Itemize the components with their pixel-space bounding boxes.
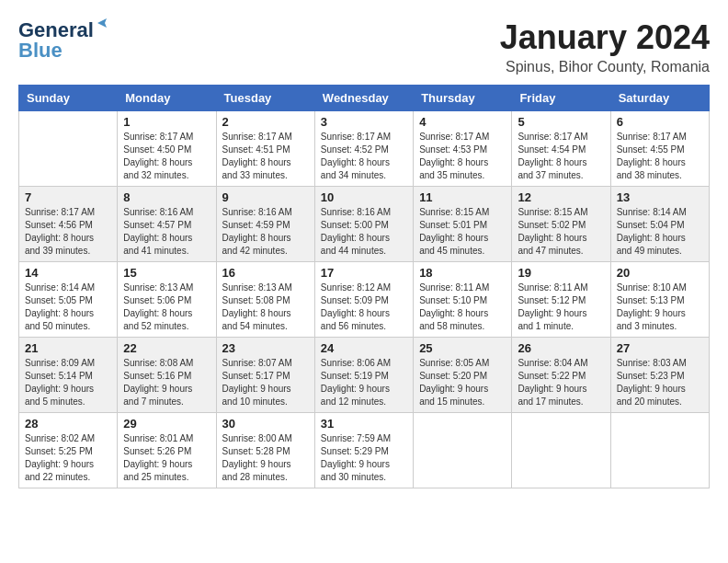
day-info: Sunrise: 8:05 AMSunset: 5:20 PMDaylight:… [419, 357, 506, 408]
table-row: 9Sunrise: 8:16 AMSunset: 4:59 PMDaylight… [216, 187, 314, 262]
header-monday: Monday [118, 86, 216, 111]
table-row: 14Sunrise: 8:14 AMSunset: 5:05 PMDayligh… [19, 262, 118, 338]
day-number: 14 [25, 266, 111, 280]
table-row: 27Sunrise: 8:03 AMSunset: 5:23 PMDayligh… [610, 338, 709, 413]
table-row: 8Sunrise: 8:16 AMSunset: 4:57 PMDaylight… [118, 187, 216, 262]
day-info: Sunrise: 8:07 AMSunset: 5:17 PMDaylight:… [222, 357, 309, 408]
location-title: Spinus, Bihor County, Romania [500, 59, 710, 75]
table-row: 16Sunrise: 8:13 AMSunset: 5:08 PMDayligh… [216, 262, 314, 338]
table-row: 30Sunrise: 8:00 AMSunset: 5:28 PMDayligh… [216, 413, 314, 488]
header-wednesday: Wednesday [314, 86, 413, 111]
day-info: Sunrise: 7:59 AMSunset: 5:29 PMDaylight:… [321, 432, 407, 484]
header-friday: Friday [512, 86, 610, 111]
day-number: 30 [222, 417, 309, 431]
day-number: 28 [25, 417, 111, 431]
day-info: Sunrise: 8:14 AMSunset: 5:05 PMDaylight:… [25, 282, 111, 333]
day-number: 11 [419, 190, 506, 204]
day-number: 6 [617, 115, 703, 129]
table-row: 5Sunrise: 8:17 AMSunset: 4:54 PMDaylight… [512, 111, 610, 187]
table-row: 28Sunrise: 8:02 AMSunset: 5:25 PMDayligh… [19, 413, 118, 488]
day-info: Sunrise: 8:06 AMSunset: 5:19 PMDaylight:… [321, 357, 407, 408]
day-info: Sunrise: 8:17 AMSunset: 4:52 PMDaylight:… [321, 131, 407, 182]
day-number: 16 [222, 266, 309, 280]
day-number: 7 [25, 190, 111, 204]
day-info: Sunrise: 8:12 AMSunset: 5:09 PMDaylight:… [321, 282, 407, 333]
day-number: 20 [617, 266, 703, 280]
day-info: Sunrise: 8:04 AMSunset: 5:22 PMDaylight:… [518, 357, 604, 408]
day-number: 27 [617, 341, 703, 355]
day-number: 29 [123, 417, 210, 431]
table-row: 26Sunrise: 8:04 AMSunset: 5:22 PMDayligh… [512, 338, 610, 413]
table-row [414, 413, 512, 488]
calendar-week-row: 14Sunrise: 8:14 AMSunset: 5:05 PMDayligh… [19, 262, 710, 338]
calendar-week-row: 1Sunrise: 8:17 AMSunset: 4:50 PMDaylight… [19, 111, 710, 187]
table-row [19, 111, 118, 187]
table-row: 17Sunrise: 8:12 AMSunset: 5:09 PMDayligh… [314, 262, 413, 338]
day-info: Sunrise: 8:09 AMSunset: 5:14 PMDaylight:… [25, 357, 111, 408]
day-number: 5 [518, 115, 604, 129]
table-row [610, 413, 709, 488]
day-info: Sunrise: 8:08 AMSunset: 5:16 PMDaylight:… [123, 357, 210, 408]
page-header: General Blue January 2024 Spinus, Bihor … [18, 18, 710, 75]
day-info: Sunrise: 8:16 AMSunset: 5:00 PMDaylight:… [321, 206, 407, 258]
day-info: Sunrise: 8:15 AMSunset: 5:02 PMDaylight:… [518, 206, 604, 258]
table-row [512, 413, 610, 488]
header-thursday: Thursday [414, 86, 512, 111]
day-number: 23 [222, 341, 309, 355]
header-tuesday: Tuesday [216, 86, 314, 111]
day-number: 15 [123, 266, 210, 280]
day-info: Sunrise: 8:13 AMSunset: 5:08 PMDaylight:… [222, 282, 309, 333]
day-info: Sunrise: 8:16 AMSunset: 4:57 PMDaylight:… [123, 206, 210, 258]
table-row: 23Sunrise: 8:07 AMSunset: 5:17 PMDayligh… [216, 338, 314, 413]
day-number: 22 [123, 341, 210, 355]
day-number: 3 [321, 115, 407, 129]
day-info: Sunrise: 8:15 AMSunset: 5:01 PMDaylight:… [419, 206, 506, 258]
day-number: 25 [419, 341, 506, 355]
day-number: 10 [321, 190, 407, 204]
table-row: 22Sunrise: 8:08 AMSunset: 5:16 PMDayligh… [118, 338, 216, 413]
header-sunday: Sunday [19, 86, 118, 111]
calendar-week-row: 21Sunrise: 8:09 AMSunset: 5:14 PMDayligh… [19, 338, 710, 413]
day-info: Sunrise: 8:02 AMSunset: 5:25 PMDaylight:… [25, 432, 111, 484]
day-number: 21 [25, 341, 111, 355]
day-info: Sunrise: 8:17 AMSunset: 4:56 PMDaylight:… [25, 206, 111, 258]
calendar-week-row: 7Sunrise: 8:17 AMSunset: 4:56 PMDaylight… [19, 187, 710, 262]
table-row: 12Sunrise: 8:15 AMSunset: 5:02 PMDayligh… [512, 187, 610, 262]
table-row: 25Sunrise: 8:05 AMSunset: 5:20 PMDayligh… [414, 338, 512, 413]
day-info: Sunrise: 8:01 AMSunset: 5:26 PMDaylight:… [123, 432, 210, 484]
day-info: Sunrise: 8:13 AMSunset: 5:06 PMDaylight:… [123, 282, 210, 333]
day-number: 8 [123, 190, 210, 204]
logo: General Blue [18, 18, 94, 63]
table-row: 19Sunrise: 8:11 AMSunset: 5:12 PMDayligh… [512, 262, 610, 338]
day-info: Sunrise: 8:17 AMSunset: 4:51 PMDaylight:… [222, 131, 309, 182]
day-number: 18 [419, 266, 506, 280]
day-number: 26 [518, 341, 604, 355]
table-row: 24Sunrise: 8:06 AMSunset: 5:19 PMDayligh… [314, 338, 413, 413]
day-info: Sunrise: 8:17 AMSunset: 4:55 PMDaylight:… [617, 131, 703, 182]
table-row: 6Sunrise: 8:17 AMSunset: 4:55 PMDaylight… [610, 111, 709, 187]
day-info: Sunrise: 8:17 AMSunset: 4:50 PMDaylight:… [123, 131, 210, 182]
day-number: 12 [518, 190, 604, 204]
day-number: 19 [518, 266, 604, 280]
day-info: Sunrise: 8:17 AMSunset: 4:53 PMDaylight:… [419, 131, 506, 182]
day-info: Sunrise: 8:00 AMSunset: 5:28 PMDaylight:… [222, 432, 309, 484]
title-area: January 2024 Spinus, Bihor County, Roman… [500, 18, 710, 75]
calendar-table: Sunday Monday Tuesday Wednesday Thursday… [18, 85, 710, 488]
table-row: 21Sunrise: 8:09 AMSunset: 5:14 PMDayligh… [19, 338, 118, 413]
logo-general: General [18, 18, 94, 41]
day-number: 1 [123, 115, 210, 129]
table-row: 15Sunrise: 8:13 AMSunset: 5:06 PMDayligh… [118, 262, 216, 338]
calendar-header-row: Sunday Monday Tuesday Wednesday Thursday… [19, 86, 710, 111]
day-info: Sunrise: 8:17 AMSunset: 4:54 PMDaylight:… [518, 131, 604, 182]
table-row: 2Sunrise: 8:17 AMSunset: 4:51 PMDaylight… [216, 111, 314, 187]
table-row: 13Sunrise: 8:14 AMSunset: 5:04 PMDayligh… [610, 187, 709, 262]
day-number: 31 [321, 417, 407, 431]
day-number: 2 [222, 115, 309, 129]
day-number: 13 [617, 190, 703, 204]
table-row: 11Sunrise: 8:15 AMSunset: 5:01 PMDayligh… [414, 187, 512, 262]
table-row: 18Sunrise: 8:11 AMSunset: 5:10 PMDayligh… [414, 262, 512, 338]
table-row: 3Sunrise: 8:17 AMSunset: 4:52 PMDaylight… [314, 111, 413, 187]
calendar-week-row: 28Sunrise: 8:02 AMSunset: 5:25 PMDayligh… [19, 413, 710, 488]
day-number: 24 [321, 341, 407, 355]
day-number: 4 [419, 115, 506, 129]
